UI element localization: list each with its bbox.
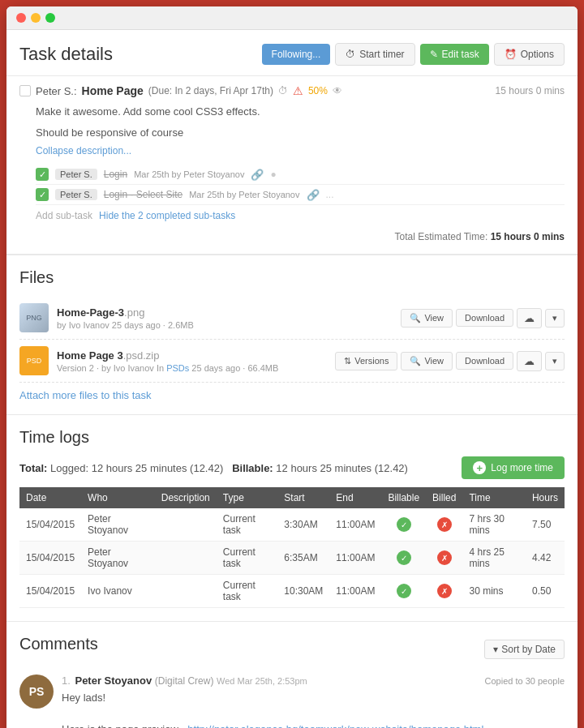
cell-billed: ✗ bbox=[426, 575, 462, 608]
sort-by-date-button[interactable]: ▾ Sort by Date bbox=[484, 640, 565, 659]
warning-icon: ⚠ bbox=[293, 84, 303, 97]
billed-icon: ✗ bbox=[437, 517, 452, 532]
subtask-meta-1: Mar 25th by Peter Stoyanov bbox=[134, 169, 244, 179]
col-type: Type bbox=[217, 487, 278, 508]
cell-start: 10:30AM bbox=[277, 575, 329, 608]
comment-text-1: Hey lads! Here is the page preview - htt… bbox=[62, 690, 565, 728]
hide-completed-button[interactable]: Hide the 2 completed sub-tasks bbox=[99, 210, 235, 221]
cloud-button-2[interactable]: ☁ bbox=[517, 351, 542, 371]
col-start: Start bbox=[277, 487, 329, 508]
table-header-row: Date Who Description Type Start End Bill… bbox=[19, 487, 565, 508]
cell-who: Peter Stoyanov bbox=[81, 542, 155, 575]
cell-type: Current task bbox=[217, 542, 278, 575]
versions-icon: ⇅ bbox=[344, 356, 351, 366]
file-info-1: Home-Page-3.png by Ivo Ivanov 25 days ag… bbox=[57, 306, 393, 330]
col-description: Description bbox=[155, 487, 217, 508]
add-subtask-button[interactable]: Add sub-task bbox=[36, 210, 92, 221]
cell-billed: ✗ bbox=[426, 542, 462, 575]
main-content: Task details Following... ⏱ Start timer … bbox=[6, 30, 578, 728]
task-due: (Due: In 2 days, Fri Apr 17th) bbox=[148, 85, 273, 96]
cell-time: 7 hrs 30 mins bbox=[462, 508, 526, 542]
edit-task-button[interactable]: ✎ Edit task bbox=[420, 44, 489, 65]
add-subtask-row: Add sub-task Hide the 2 completed sub-ta… bbox=[36, 205, 565, 226]
options-button[interactable]: ⏰ Options bbox=[494, 43, 565, 66]
close-button[interactable] bbox=[16, 13, 26, 23]
total-estimated-time: Total Estimated Time: 15 hours 0 mins bbox=[19, 226, 565, 246]
billed-icon: ✗ bbox=[437, 584, 452, 598]
chevron-button-2[interactable]: ▾ bbox=[545, 352, 565, 370]
view-button-2[interactable]: 🔍 View bbox=[401, 352, 453, 370]
cell-billable: ✓ bbox=[381, 508, 426, 542]
log-more-time-button[interactable]: + Log more time bbox=[462, 456, 565, 479]
download-button-1[interactable]: Download bbox=[456, 309, 513, 327]
task-description-line2: Should be responsive of course bbox=[19, 125, 565, 141]
time-summary: Total: Logged: 12 hours 25 minutes (12.4… bbox=[19, 456, 565, 479]
col-date: Date bbox=[19, 487, 81, 508]
file-name-1: Home-Page-3.png bbox=[57, 306, 393, 319]
view-button-1[interactable]: 🔍 View bbox=[401, 309, 453, 328]
comment-body-1: 1. Peter Stoyanov (Digital Crew) Wed Mar… bbox=[62, 674, 565, 728]
col-hours: Hours bbox=[526, 487, 565, 508]
clock-small-icon: ⏱ bbox=[278, 85, 288, 96]
cloud-button-1[interactable]: ☁ bbox=[517, 308, 542, 328]
time-logs-table: Date Who Description Type Start End Bill… bbox=[19, 487, 565, 608]
subtask-action-2: ... bbox=[326, 189, 334, 200]
cell-description bbox=[155, 508, 217, 542]
cell-description bbox=[155, 575, 217, 608]
cell-end: 11:00AM bbox=[329, 508, 381, 542]
subtask-check-2[interactable]: ✓ bbox=[36, 188, 49, 201]
time-logs-section: Time logs Total: Logged: 12 hours 25 min… bbox=[6, 414, 578, 621]
following-button[interactable]: Following... bbox=[262, 44, 331, 65]
cell-who: Peter Stoyanov bbox=[81, 508, 155, 542]
cell-start: 3:30AM bbox=[277, 508, 329, 542]
chevron-down-icon: ▾ bbox=[493, 644, 498, 655]
files-section: Files PNG Home-Page-3.png by Ivo Ivanov … bbox=[6, 255, 578, 414]
table-row: 15/04/2015 Ivo Ivanov Current task 10:30… bbox=[19, 575, 565, 608]
minimize-button[interactable] bbox=[31, 13, 41, 23]
comment-meta-1: 1. Peter Stoyanov (Digital Crew) Wed Mar… bbox=[62, 674, 565, 687]
attach-files-link[interactable]: Attach more files to this task bbox=[19, 389, 152, 401]
billed-icon: ✗ bbox=[437, 550, 452, 565]
subtask-assignee-1: Peter S. bbox=[55, 169, 97, 180]
maximize-button[interactable] bbox=[45, 13, 55, 23]
avatar-1: PS bbox=[19, 674, 54, 709]
cell-type: Current task bbox=[217, 508, 278, 542]
cell-time: 4 hrs 25 mins bbox=[462, 542, 526, 575]
file-name-2: Home Page 3.psd.zip bbox=[57, 349, 327, 362]
cell-billable: ✓ bbox=[381, 575, 426, 608]
eye-small-icon: 👁 bbox=[333, 85, 342, 96]
psds-link[interactable]: PSDs bbox=[166, 363, 189, 373]
page-title: Task details bbox=[19, 44, 113, 65]
download-button-2[interactable]: Download bbox=[456, 352, 513, 370]
file-row-2: PSD Home Page 3.psd.zip Version 2 · by I… bbox=[19, 340, 565, 383]
progress-indicator: 50% bbox=[308, 85, 328, 96]
comments-header: Comments ▾ Sort by Date bbox=[19, 635, 565, 663]
pencil-icon: ✎ bbox=[430, 49, 438, 60]
subtask-assignee-2: Peter S. bbox=[55, 189, 97, 200]
subtask-check-1[interactable]: ✓ bbox=[36, 168, 49, 181]
start-timer-button[interactable]: ⏱ Start timer bbox=[335, 43, 414, 66]
subtask-action-1: ● bbox=[270, 169, 276, 180]
file-icon-2: PSD bbox=[19, 346, 49, 375]
cell-hours: 4.42 bbox=[526, 542, 565, 575]
comment-author-info: 1. Peter Stoyanov (Digital Crew) Wed Mar… bbox=[62, 674, 307, 687]
cell-hours: 7.50 bbox=[526, 508, 565, 542]
collapse-description-link[interactable]: Collapse description... bbox=[19, 145, 565, 156]
task-header: Task details Following... ⏱ Start timer … bbox=[6, 30, 578, 76]
cell-date: 15/04/2015 bbox=[19, 542, 81, 575]
cell-start: 6:35AM bbox=[277, 542, 329, 575]
comment-link[interactable]: http://petar.elegance.bg/teamwork/new-we… bbox=[187, 723, 483, 728]
cell-billed: ✗ bbox=[426, 508, 462, 542]
cell-hours: 0.50 bbox=[526, 575, 565, 608]
chevron-button-1[interactable]: ▾ bbox=[545, 309, 565, 328]
subtask-text-2: Login - Select Site bbox=[104, 189, 182, 200]
versions-button[interactable]: ⇅ Versions bbox=[335, 352, 397, 370]
task-name[interactable]: Home Page bbox=[82, 84, 144, 97]
time-logs-title: Time logs bbox=[19, 428, 565, 447]
table-row: 15/04/2015 Peter Stoyanov Current task 6… bbox=[19, 542, 565, 575]
task-checkbox[interactable] bbox=[19, 85, 31, 96]
billable-icon: ✓ bbox=[397, 517, 411, 532]
comments-section: Comments ▾ Sort by Date PS 1. Peter Stoy… bbox=[6, 621, 578, 728]
task-assignee: Peter S.: bbox=[36, 85, 77, 97]
clip-icon-2: 🔗 bbox=[307, 189, 320, 201]
